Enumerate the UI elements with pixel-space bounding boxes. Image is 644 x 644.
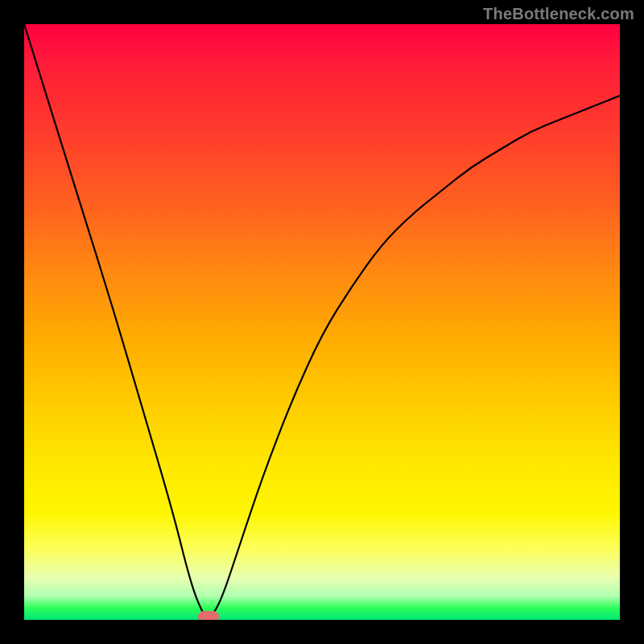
optimal-point-marker bbox=[198, 611, 219, 620]
watermark-text: TheBottleneck.com bbox=[483, 5, 634, 23]
chart-frame: TheBottleneck.com bbox=[0, 0, 644, 644]
bottleneck-curve bbox=[24, 24, 620, 620]
plot-area bbox=[24, 24, 620, 620]
